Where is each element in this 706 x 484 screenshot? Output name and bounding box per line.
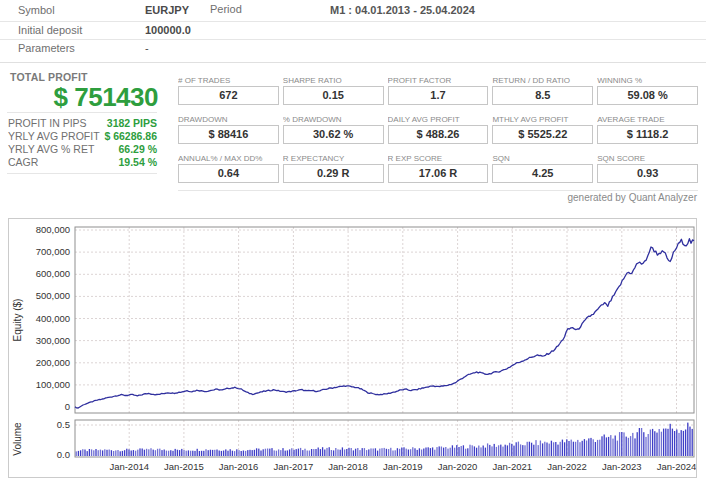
- stat-sharpe-ratio: SHARPE RATIO 0.15: [283, 76, 384, 105]
- volume-y-ticks: 0.50.0: [57, 419, 70, 460]
- stat-value: 30.62 %: [283, 125, 384, 144]
- equity-y-ticks: 0100,000200,000300,000400,000500,000600,…: [36, 224, 70, 412]
- stat-value: $ 88416: [178, 125, 279, 144]
- stat-value: 17.06 R: [388, 164, 489, 183]
- svg-text:Jan-2017: Jan-2017: [274, 461, 314, 472]
- stat-daily-avg-profit: DAILY AVG PROFIT $ 488.26: [388, 115, 489, 144]
- summary-label: YRLY AVG PROFIT: [8, 130, 100, 142]
- stat-r-exp-score: R EXP SCORE 17.06 R: [388, 154, 489, 183]
- svg-text:Jan-2020: Jan-2020: [438, 461, 478, 472]
- svg-text:800,000: 800,000: [36, 224, 70, 235]
- svg-text:Jan-2023: Jan-2023: [602, 461, 642, 472]
- stat-label: DRAWDOWN: [178, 115, 279, 124]
- svg-text:300,000: 300,000: [36, 335, 70, 346]
- svg-text:Jan-2019: Jan-2019: [383, 461, 423, 472]
- stat-value: 4.25: [492, 164, 593, 183]
- stat-average-trade: AVERAGE TRADE $ 1118.2: [597, 115, 698, 144]
- summary-value: 19.54 %: [118, 156, 157, 168]
- initial-deposit-value: 100000.0: [145, 24, 191, 36]
- svg-text:Jan-2018: Jan-2018: [328, 461, 368, 472]
- stat-value: 1.7: [388, 86, 489, 105]
- summary-row-yrly-avg-ret: YRLY AVG % RET 66.29 %: [8, 143, 157, 156]
- divider: [7, 173, 157, 174]
- summary-row-cagr: CAGR 19.54 %: [8, 156, 157, 169]
- svg-text:700,000: 700,000: [36, 246, 70, 257]
- svg-text:600,000: 600,000: [36, 268, 70, 279]
- stat-value: 0.93: [597, 164, 698, 183]
- summary-value: 3182 PIPS: [107, 117, 157, 129]
- gridlines: [75, 227, 694, 457]
- volume-axis-label: Volume: [12, 422, 23, 456]
- stat-pct-drawdown: % DRAWDOWN 30.62 %: [283, 115, 384, 144]
- stat-annual-max-dd: ANNUAL% / MAX DD% 0.64: [178, 154, 279, 183]
- svg-text:0: 0: [65, 401, 70, 412]
- x-axis-ticks: Jan-2014Jan-2015Jan-2016Jan-2017Jan-2018…: [109, 461, 696, 472]
- stat-profit-factor: PROFIT FACTOR 1.7: [388, 76, 489, 105]
- stat-label: DAILY AVG PROFIT: [388, 115, 489, 124]
- divider: [0, 39, 706, 40]
- stat-value: 0.29 R: [283, 164, 384, 183]
- svg-text:Jan-2024: Jan-2024: [657, 461, 696, 472]
- stat-label: % DRAWDOWN: [283, 115, 384, 124]
- stat-label: SHARPE RATIO: [283, 76, 384, 85]
- equity-curve: [75, 239, 694, 408]
- stat-value: 59.08 %: [597, 86, 698, 105]
- symbol-value: EURJPY: [145, 4, 189, 16]
- stat-value: $ 488.26: [388, 125, 489, 144]
- stat-value: 0.15: [283, 86, 384, 105]
- stat-return-dd-ratio: RETURN / DD RATIO 8.5: [492, 76, 593, 105]
- stat-value: $ 5525.22: [492, 125, 593, 144]
- period-value: M1 : 04.01.2013 - 25.04.2024: [330, 4, 475, 16]
- svg-text:Jan-2016: Jan-2016: [219, 461, 259, 472]
- stat-label: # OF TRADES: [178, 76, 279, 85]
- divider: [0, 21, 706, 22]
- summary-row-profit-in-pips: PROFIT IN PIPS 3182 PIPS: [8, 117, 157, 130]
- equity-volume-chart[interactable]: 0100,000200,000300,000400,000500,000600,…: [8, 218, 697, 478]
- svg-text:0.0: 0.0: [57, 449, 70, 460]
- svg-text:500,000: 500,000: [36, 290, 70, 301]
- stat-label: R EXP SCORE: [388, 154, 489, 163]
- summary-row-yrly-avg-profit: YRLY AVG PROFIT $ 66286.86: [8, 130, 157, 143]
- svg-text:Jan-2015: Jan-2015: [164, 461, 204, 472]
- stat-label: ANNUAL% / MAX DD%: [178, 154, 279, 163]
- stat-label: SQN: [492, 154, 593, 163]
- parameters-label: Parameters: [18, 42, 75, 54]
- period-label: Period: [210, 3, 242, 15]
- summary-label: CAGR: [8, 156, 38, 168]
- equity-axis-label: Equity ($): [12, 299, 23, 342]
- initial-deposit-label: Initial deposit: [18, 24, 82, 36]
- stat-label: PROFIT FACTOR: [388, 76, 489, 85]
- generated-by-note: generated by Quant Analyzer: [567, 192, 697, 203]
- stat-mthly-avg-profit: MTHLY AVG PROFIT $ 5525.22: [492, 115, 593, 144]
- svg-text:200,000: 200,000: [36, 357, 70, 368]
- stat-label: RETURN / DD RATIO: [492, 76, 593, 85]
- svg-text:Jan-2014: Jan-2014: [109, 461, 149, 472]
- stat-label: SQN SCORE: [597, 154, 698, 163]
- stat-value: $ 1118.2: [597, 125, 698, 144]
- svg-text:0.5: 0.5: [57, 419, 70, 430]
- svg-text:100,000: 100,000: [36, 379, 70, 390]
- stat-label: MTHLY AVG PROFIT: [492, 115, 593, 124]
- summary-label: YRLY AVG % RET: [8, 143, 94, 155]
- stat-drawdown: DRAWDOWN $ 88416: [178, 115, 279, 144]
- stat-label: R EXPECTANCY: [283, 154, 384, 163]
- volume-bars: [76, 423, 693, 456]
- stat-winning-pct: WINNING % 59.08 %: [597, 76, 698, 105]
- stat-sqn: SQN 4.25: [492, 154, 593, 183]
- stat-value: 8.5: [492, 86, 593, 105]
- summary-value: $ 66286.86: [104, 130, 157, 142]
- summary-value: 66.29 %: [118, 143, 157, 155]
- divider: [178, 190, 698, 191]
- stat-label: WINNING %: [597, 76, 698, 85]
- svg-text:Jan-2021: Jan-2021: [492, 461, 532, 472]
- stat-label: AVERAGE TRADE: [597, 115, 698, 124]
- stat-sqn-score: SQN SCORE 0.93: [597, 154, 698, 183]
- stats-grid: # OF TRADES 672 SHARPE RATIO 0.15 PROFIT…: [178, 76, 698, 183]
- total-profit-value: $ 751430: [0, 82, 158, 113]
- stat-value: 0.64: [178, 164, 279, 183]
- summary-label: PROFIT IN PIPS: [8, 117, 87, 129]
- parameters-value: -: [145, 42, 149, 54]
- svg-text:Jan-2022: Jan-2022: [547, 461, 587, 472]
- divider: [7, 112, 157, 113]
- symbol-label: Symbol: [18, 4, 55, 16]
